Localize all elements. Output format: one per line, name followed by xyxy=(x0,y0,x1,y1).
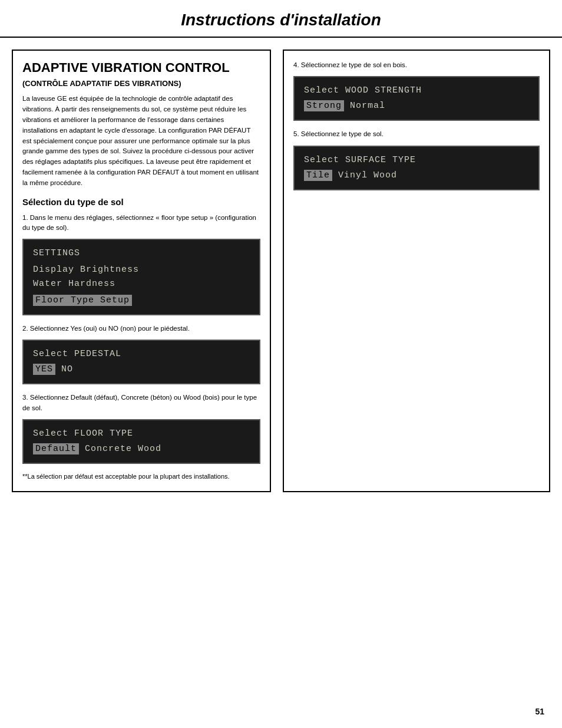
lcd1-title: SETTINGS xyxy=(33,248,250,258)
subsection-title: Sélection du type de sol xyxy=(22,197,260,207)
lcd2-options: YES NO xyxy=(33,364,250,375)
lcd1-line1: Display Brightness xyxy=(33,263,250,277)
lcd-screen-wood-strength: Select WOOD STRENGTH Strong Normal xyxy=(293,76,540,121)
lcd1-line3: Floor Type Setup xyxy=(33,295,250,306)
lcd5-option-vinyl: Vinyl xyxy=(338,170,368,180)
page-number: 51 xyxy=(535,707,544,716)
lcd3-selected-default: Default xyxy=(33,443,79,454)
lcd5-option-wood: Wood xyxy=(373,170,397,180)
lcd3-title: Select FLOOR TYPE xyxy=(33,429,250,439)
description-paragraph: La laveuse GE est équipée de la technolo… xyxy=(22,94,260,188)
left-column: ADAPTIVE VIBRATION CONTROL (CONTRÔLE ADA… xyxy=(12,50,271,492)
step4-text: 4. Sélectionnez le type de sol en bois. xyxy=(293,60,540,70)
lcd4-options: Strong Normal xyxy=(304,100,529,111)
step2-text: 2. Sélectionnez Yes (oui) ou NO (non) po… xyxy=(22,324,260,334)
lcd5-title: Select SURFACE TYPE xyxy=(304,155,529,165)
lcd5-options: Tile Vinyl Wood xyxy=(304,170,529,181)
lcd2-title: Select PEDESTAL xyxy=(33,349,250,359)
lcd-screen-settings: SETTINGS Display Brightness Water Hardne… xyxy=(22,239,260,315)
lcd3-option-concrete: Concrete xyxy=(85,444,132,454)
lcd-screen-pedestal: Select PEDESTAL YES NO xyxy=(22,340,260,384)
lcd-screen-surface-type: Select SURFACE TYPE Tile Vinyl Wood xyxy=(293,146,540,190)
lcd4-title: Select WOOD STRENGTH xyxy=(304,85,529,95)
content-wrapper: ADAPTIVE VIBRATION CONTROL (CONTRÔLE ADA… xyxy=(0,50,562,492)
lcd4-selected-strong: Strong xyxy=(304,100,344,111)
lcd3-option-wood: Wood xyxy=(138,444,161,454)
lcd3-options: Default Concrete Wood xyxy=(33,443,250,454)
lcd5-selected-tile: Tile xyxy=(304,170,332,181)
lcd2-option-no: NO xyxy=(61,364,73,374)
lcd-screen-floor-type: Select FLOOR TYPE Default Concrete Wood xyxy=(22,419,260,464)
note-text: **La sélection par défaut est acceptable… xyxy=(22,472,260,482)
page-title: Instructions d'installation xyxy=(0,0,562,38)
lcd4-option-normal: Normal xyxy=(350,101,385,111)
lcd1-line2: Water Hardness xyxy=(33,277,250,291)
step1-text: 1. Dans le menu des réglages, sélectionn… xyxy=(22,213,260,233)
section-main-title: ADAPTIVE VIBRATION CONTROL xyxy=(22,60,260,75)
step3-text: 3. Sélectionnez Default (défaut), Concre… xyxy=(22,393,260,413)
section-subtitle: (CONTRÔLE ADAPTATIF DES VIBRATIONS) xyxy=(22,79,260,88)
right-column: 4. Sélectionnez le type de sol en bois. … xyxy=(283,50,550,492)
step5-text: 5. Sélectionnez le type de sol. xyxy=(293,129,540,139)
lcd2-selected-yes: YES xyxy=(33,364,55,375)
lcd1-selected-option: Floor Type Setup xyxy=(33,295,132,306)
